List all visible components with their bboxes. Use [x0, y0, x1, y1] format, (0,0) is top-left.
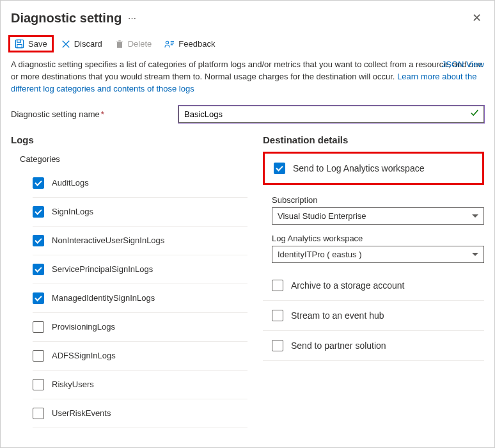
category-checkbox[interactable] — [33, 350, 44, 362]
category-checkbox[interactable] — [33, 177, 44, 189]
delete-button: Delete — [110, 36, 157, 52]
category-checkbox[interactable] — [33, 408, 44, 419]
discard-label: Discard — [74, 39, 102, 49]
destination-title: Destination details — [263, 132, 484, 152]
category-label: ServicePrincipalSignInLogs — [52, 264, 153, 274]
category-label: ManagedIdentitySignInLogs — [52, 293, 155, 303]
destination-label: Send to Log Analytics workspace — [293, 163, 424, 173]
category-item: ServicePrincipalSignInLogs — [33, 255, 248, 284]
discard-icon — [61, 40, 70, 49]
delete-label: Delete — [128, 39, 152, 49]
category-label: NonInteractiveUserSignInLogs — [52, 236, 164, 245]
categories-label: Categories — [11, 152, 248, 169]
category-label: ProvisioningLogs — [52, 322, 115, 332]
feedback-label: Feedback — [178, 39, 215, 49]
setting-name-input[interactable] — [178, 106, 484, 123]
destination-item: Stream to an event hub — [263, 301, 484, 331]
destination-checkbox[interactable] — [274, 163, 285, 174]
category-checkbox[interactable] — [33, 264, 44, 275]
category-item: UserRiskEvents — [33, 399, 248, 428]
feedback-button[interactable]: Feedback — [159, 36, 220, 52]
destination-item: Send to partner solution — [263, 331, 484, 361]
destination-label: Stream to an event hub — [291, 310, 384, 321]
subscription-value: Visual Studio Enterprise — [278, 211, 366, 221]
toolbar: Save Discard Delete Feedback — [1, 33, 494, 59]
category-checkbox[interactable] — [33, 206, 44, 218]
svg-rect-5 — [117, 42, 122, 47]
workspace-label: Log Analytics workspace — [272, 230, 484, 246]
save-label: Save — [28, 39, 47, 49]
save-icon — [15, 39, 24, 49]
category-label: AuditLogs — [52, 178, 89, 188]
category-item: SignInLogs — [33, 198, 248, 227]
feedback-icon — [164, 40, 175, 49]
page-title: Diagnostic setting — [11, 11, 122, 26]
category-item: ADFSSignInLogs — [33, 342, 248, 371]
setting-name-label: Diagnostic setting name* — [11, 109, 171, 119]
svg-rect-2 — [17, 44, 22, 47]
discard-button[interactable]: Discard — [56, 36, 107, 52]
category-label: RiskyUsers — [52, 380, 94, 389]
workspace-value: IdentityITPro ( eastus ) — [278, 250, 362, 259]
subscription-label: Subscription — [272, 191, 484, 207]
category-item: NonInteractiveUserSignInLogs — [33, 227, 248, 255]
delete-icon — [115, 40, 124, 49]
category-item: ProvisioningLogs — [33, 313, 248, 342]
category-label: ADFSSignInLogs — [52, 351, 116, 360]
category-label: UserRiskEvents — [52, 408, 111, 418]
category-checkbox[interactable] — [33, 292, 44, 304]
category-checkbox[interactable] — [33, 321, 44, 333]
description-text: A diagnostic setting specifies a list of… — [1, 59, 494, 100]
required-star: * — [101, 109, 104, 119]
category-item: AuditLogs — [33, 169, 248, 198]
svg-rect-1 — [17, 40, 21, 42]
workspace-select[interactable]: IdentityITPro ( eastus ) — [272, 246, 484, 263]
chevron-down-icon — [472, 214, 478, 218]
destination-checkbox[interactable] — [272, 310, 283, 321]
destination-item: Send to Log Analytics workspace — [263, 152, 484, 185]
category-item: RiskyUsers — [33, 371, 248, 399]
more-icon[interactable]: ⋯ — [128, 13, 136, 23]
svg-point-8 — [166, 41, 169, 44]
subscription-select[interactable]: Visual Studio Enterprise — [272, 207, 484, 225]
close-icon[interactable]: ✕ — [469, 8, 484, 28]
destination-label: Archive to a storage account — [291, 280, 404, 291]
save-button[interactable]: Save — [8, 35, 54, 52]
category-label: SignInLogs — [52, 207, 93, 216]
category-item: ManagedIdentitySignInLogs — [33, 284, 248, 313]
logs-title: Logs — [11, 132, 248, 152]
destination-checkbox[interactable] — [272, 340, 283, 351]
chevron-down-icon — [472, 253, 478, 256]
json-view-link[interactable]: JSON View — [442, 59, 484, 71]
category-checkbox[interactable] — [33, 379, 44, 390]
destination-item: Archive to a storage account — [263, 271, 484, 301]
valid-check-icon — [470, 109, 479, 120]
category-checkbox[interactable] — [33, 235, 44, 246]
destination-config: Subscription Visual Studio Enterprise Lo… — [263, 188, 484, 271]
destination-checkbox[interactable] — [272, 280, 283, 291]
destination-label: Send to partner solution — [291, 340, 386, 351]
